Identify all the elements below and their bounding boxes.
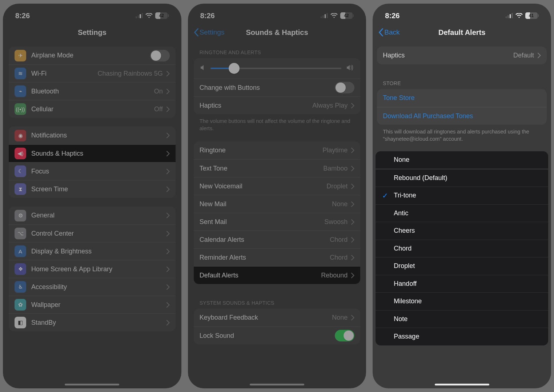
row-reminder[interactable]: Reminder AlertsChord xyxy=(194,248,361,266)
nav-bar: Settings Sounds & Haptics xyxy=(188,23,366,41)
general-icon: ⚙︎ xyxy=(15,210,26,221)
chevron-right-icon xyxy=(166,169,170,174)
settings-row-airplane[interactable]: ✈︎Airplane Mode xyxy=(9,47,176,64)
chevron-right-icon xyxy=(166,71,170,76)
row-label: New Mail xyxy=(200,200,329,208)
settings-row-display[interactable]: ADisplay & Brightness xyxy=(9,242,176,260)
settings-row-focus[interactable]: ☾Focus xyxy=(9,162,176,180)
settings-row-wifi[interactable]: ≋Wi-FiChasing Rainbows 5G xyxy=(9,64,176,82)
row-tonestore[interactable]: Tone Store xyxy=(377,89,547,107)
tone-option[interactable]: Rebound (Default) xyxy=(376,169,548,187)
volume-slider[interactable] xyxy=(210,68,342,69)
row-newmail[interactable]: New MailNone xyxy=(194,195,361,213)
notifications-icon: ◉ xyxy=(15,130,26,141)
row-label: Notifications xyxy=(31,132,163,139)
row-download[interactable]: Download All Purchased Tones xyxy=(377,107,547,125)
change-with-buttons-row: Change with Buttons xyxy=(194,79,361,96)
row-lock[interactable]: Lock Sound xyxy=(194,327,361,344)
volume-slider-row xyxy=(194,58,361,79)
chevron-right-icon xyxy=(166,107,170,112)
row-label: Lock Sound xyxy=(200,332,335,340)
cellular-signal-icon xyxy=(506,13,513,18)
settings-row-screentime[interactable]: ⧗Screen Time xyxy=(9,180,176,198)
homescreen-icon: ❖ xyxy=(15,263,26,275)
settings-row-bluetooth[interactable]: ⌁BluetoothOn xyxy=(9,82,176,100)
tone-option[interactable]: Chord xyxy=(376,240,548,257)
back-label: Settings xyxy=(200,28,225,36)
settings-row-controlcenter[interactable]: ⌥Control Center xyxy=(9,224,176,242)
row-label: Default Alerts xyxy=(200,272,318,279)
standby-icon: ◧ xyxy=(15,317,26,328)
home-indicator[interactable] xyxy=(250,384,304,385)
section-header-store: STORE xyxy=(377,72,547,89)
haptics-value: Default xyxy=(513,52,534,59)
tone-option[interactable]: Passage xyxy=(376,328,548,345)
tone-option[interactable]: Cheers xyxy=(376,222,548,240)
row-texttone[interactable]: Text ToneBamboo xyxy=(194,159,361,177)
wallpaper-icon: ✿ xyxy=(15,299,26,311)
settings-row-standby[interactable]: ◧StandBy xyxy=(9,313,176,331)
row-label: Cellular xyxy=(31,105,151,113)
row-default[interactable]: Default AlertsRebound xyxy=(194,266,361,284)
row-label: Bluetooth xyxy=(31,88,151,95)
settings-row-notifications[interactable]: ◉Notifications xyxy=(9,127,176,144)
home-indicator[interactable] xyxy=(65,384,119,385)
focus-icon: ☾ xyxy=(15,165,26,177)
home-indicator[interactable] xyxy=(435,384,489,385)
chevron-right-icon xyxy=(351,237,354,243)
row-label: Screen Time xyxy=(31,185,163,193)
row-sentmail[interactable]: Sent MailSwoosh xyxy=(194,213,361,231)
default-alerts-content[interactable]: Haptics Default STORE Tone StoreDownload… xyxy=(373,41,551,388)
tone-label: Droplet xyxy=(394,262,415,270)
settings-row-homescreen[interactable]: ❖Home Screen & App Library xyxy=(9,260,176,278)
section-header-system: SYSTEM SOUNDS & HAPTICS xyxy=(194,292,361,309)
airplane-toggle[interactable] xyxy=(150,50,170,61)
back-button[interactable]: Settings xyxy=(194,28,225,36)
row-calendar[interactable]: Calendar AlertsChord xyxy=(194,231,361,248)
chevron-right-icon xyxy=(351,184,354,189)
row-ringtone[interactable]: RingtonePlaytime xyxy=(194,141,361,159)
accessibility-icon: ♿︎ xyxy=(15,281,26,293)
sounds-content[interactable]: RINGTONE AND ALERTS Change with Buttons … xyxy=(188,41,366,388)
haptics-row[interactable]: Haptics Default xyxy=(377,47,547,64)
status-bar: 8:26 42 xyxy=(188,4,366,23)
chevron-right-icon xyxy=(166,284,170,290)
change-with-buttons-toggle[interactable] xyxy=(335,82,354,93)
back-button[interactable]: Back xyxy=(378,28,400,36)
tone-option[interactable]: Handoff xyxy=(376,275,548,293)
settings-row-sounds[interactable]: ◀︎)Sounds & Haptics xyxy=(9,144,176,162)
settings-row-general[interactable]: ⚙︎General xyxy=(9,207,176,224)
settings-row-cellular[interactable]: ((•))CellularOff xyxy=(9,100,176,118)
status-icons: 42 xyxy=(321,12,354,19)
row-label: New Voicemail xyxy=(200,183,324,190)
chevron-left-icon xyxy=(194,28,199,36)
tone-option[interactable]: Note xyxy=(376,310,548,328)
settings-content[interactable]: ✈︎Airplane Mode≋Wi-FiChasing Rainbows 5G… xyxy=(3,41,181,388)
chevron-right-icon xyxy=(351,255,354,260)
tone-option[interactable]: Milestone xyxy=(376,292,548,310)
chevron-right-icon xyxy=(166,267,170,272)
row-label: Sounds & Haptics xyxy=(31,150,163,157)
tone-option[interactable]: Droplet xyxy=(376,257,548,275)
haptics-row[interactable]: Haptics Always Play xyxy=(194,96,361,114)
speaker-low-icon xyxy=(200,65,205,72)
row-label: Home Screen & App Library xyxy=(31,265,163,273)
haptics-value: Always Play xyxy=(312,102,348,109)
tones-list: NoneRebound (Default)✓Tri-toneAnticCheer… xyxy=(376,151,548,345)
row-label: Sent Mail xyxy=(200,218,322,226)
chevron-right-icon xyxy=(351,166,354,171)
chevron-right-icon xyxy=(166,151,170,156)
row-voicemail[interactable]: New VoicemailDroplet xyxy=(194,177,361,195)
row-keyboard[interactable]: Keyboard FeedbackNone xyxy=(194,309,361,327)
settings-row-accessibility[interactable]: ♿︎Accessibility xyxy=(9,278,176,296)
tone-label: Passage xyxy=(394,333,419,340)
tone-option[interactable]: Antic xyxy=(376,204,548,222)
tone-option[interactable]: ✓Tri-tone xyxy=(376,187,548,204)
row-value: Rebound xyxy=(321,272,348,279)
row-value: Playtime xyxy=(322,147,348,154)
section-header-ringtone: RINGTONE AND ALERTS xyxy=(194,41,361,58)
page-title: Default Alerts xyxy=(438,28,485,37)
settings-row-wallpaper[interactable]: ✿Wallpaper xyxy=(9,296,176,313)
tone-option[interactable]: None xyxy=(376,151,548,169)
lock-toggle[interactable] xyxy=(335,330,354,341)
